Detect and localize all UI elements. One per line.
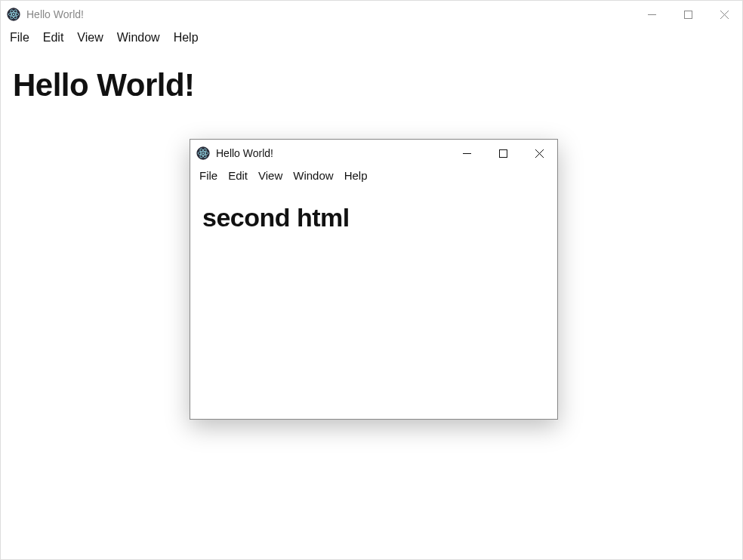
menu-file[interactable]: File (199, 169, 217, 182)
electron-icon (7, 8, 20, 21)
page-heading: second html (202, 203, 545, 232)
svg-point-4 (13, 14, 14, 15)
close-button[interactable] (521, 140, 557, 167)
content-area: Hello World! (1, 51, 742, 120)
menu-help[interactable]: Help (344, 169, 368, 182)
menu-edit[interactable]: Edit (43, 31, 64, 45)
svg-rect-15 (499, 149, 507, 157)
maximize-button[interactable] (670, 1, 706, 28)
svg-point-13 (202, 152, 204, 154)
titlebar[interactable]: Hello World! (1, 1, 742, 28)
minimize-button[interactable] (449, 140, 485, 167)
menubar: File Edit View Window Help (1, 28, 742, 51)
menubar: File Edit View Window Help (190, 167, 557, 186)
page-heading: Hello World! (13, 67, 730, 103)
window-controls (634, 1, 742, 28)
titlebar[interactable]: Hello World! (190, 140, 557, 167)
window-title: Hello World! (216, 147, 273, 159)
close-button[interactable] (706, 1, 742, 28)
menu-help[interactable]: Help (174, 31, 199, 45)
maximize-button[interactable] (485, 140, 521, 167)
menu-window[interactable]: Window (117, 31, 160, 45)
content-area: second html (190, 186, 557, 249)
menu-view[interactable]: View (77, 31, 103, 45)
electron-icon (196, 146, 210, 160)
window-controls (449, 140, 557, 167)
main-window: Hello World! File Edit View Window Help … (0, 0, 743, 560)
menu-window[interactable]: Window (293, 169, 333, 182)
menu-edit[interactable]: Edit (228, 169, 248, 182)
svg-rect-6 (684, 11, 692, 18)
window-title: Hello World! (26, 8, 84, 20)
child-window: Hello World! File Edit View Window Help (190, 139, 558, 420)
minimize-button[interactable] (634, 1, 670, 28)
menu-view[interactable]: View (258, 169, 282, 182)
menu-file[interactable]: File (10, 31, 29, 45)
